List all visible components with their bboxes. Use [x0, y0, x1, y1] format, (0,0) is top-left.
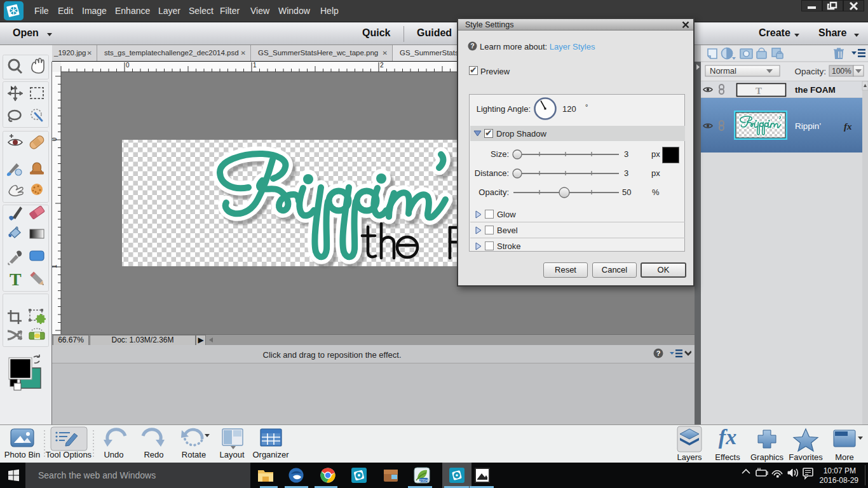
- svg-text:1: 1: [253, 62, 257, 69]
- svg-text:Graphics: Graphics: [750, 452, 784, 462]
- svg-text:Organizer: Organizer: [252, 450, 289, 459]
- svg-text:fx: fx: [844, 121, 852, 132]
- svg-text:Layout: Layout: [219, 450, 244, 459]
- svg-text:0: 0: [126, 62, 130, 69]
- svg-text:Normal: Normal: [710, 66, 736, 76]
- svg-text:Undo: Undo: [104, 450, 123, 459]
- svg-text:fx: fx: [719, 425, 736, 449]
- svg-text:Rippin’: Rippin’: [795, 121, 821, 131]
- svg-text:Effects: Effects: [715, 452, 740, 462]
- svg-text:10:07 PM: 10:07 PM: [824, 466, 856, 475]
- svg-text:Opacity:: Opacity:: [794, 67, 826, 76]
- svg-text:0: 0: [52, 137, 58, 141]
- svg-text:Layers: Layers: [677, 452, 702, 462]
- svg-text:T: T: [10, 269, 22, 289]
- svg-text:100%: 100%: [832, 67, 851, 76]
- svg-text:More: More: [835, 452, 854, 462]
- svg-text:?: ?: [656, 349, 661, 357]
- svg-text:Favorites: Favorites: [789, 452, 823, 462]
- svg-text:Redo: Redo: [144, 450, 163, 459]
- svg-text:?: ?: [470, 42, 474, 50]
- svg-text:Rotate: Rotate: [182, 450, 206, 459]
- svg-text:T: T: [756, 86, 762, 96]
- svg-text:2016-08-29: 2016-08-29: [820, 476, 859, 485]
- svg-text:the FOAM: the FOAM: [795, 85, 836, 95]
- svg-text:Photo Bin: Photo Bin: [4, 450, 40, 459]
- svg-text:Search the web and Windows: Search the web and Windows: [38, 470, 156, 480]
- svg-text:2314: 2314: [419, 478, 428, 482]
- svg-text:1: 1: [52, 264, 58, 268]
- svg-text:Tool Options: Tool Options: [46, 450, 92, 459]
- svg-text:2: 2: [380, 62, 384, 69]
